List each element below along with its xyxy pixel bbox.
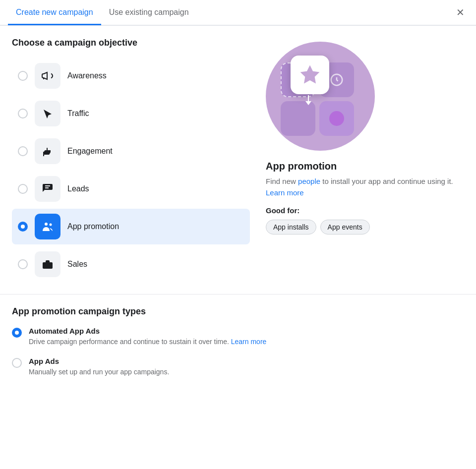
radio-sales[interactable] <box>18 259 28 269</box>
close-button[interactable]: ✕ <box>452 4 468 20</box>
detail-title: App promotion <box>266 161 464 172</box>
chat-icon <box>42 183 54 195</box>
app-promotion-icon-box <box>35 214 60 239</box>
star-icon <box>299 64 320 85</box>
tab-use-existing[interactable]: Use existing campaign <box>101 1 197 25</box>
megaphone-icon <box>42 70 54 82</box>
tab-bar: Create new campaign Use existing campaig… <box>0 0 476 26</box>
traffic-label: Traffic <box>67 109 89 118</box>
preview-image <box>266 42 375 151</box>
awareness-icon-box <box>35 63 60 89</box>
people-icon <box>42 221 54 233</box>
radio-engagement[interactable] <box>18 146 28 156</box>
tag-app-events: App events <box>320 220 370 234</box>
engagement-label: Engagement <box>67 147 113 156</box>
detail-description: Find new people to install your app and … <box>266 176 464 198</box>
app-ads-label: App Ads <box>29 357 169 365</box>
app-promotion-label: App promotion <box>67 222 119 231</box>
automated-app-ads-text: Automated App Ads Drive campaign perform… <box>29 327 266 347</box>
app-ads-desc: Manually set up and run your app campaig… <box>29 367 169 377</box>
right-panel: App promotion Find new people to install… <box>266 38 464 282</box>
radio-leads[interactable] <box>18 184 28 194</box>
tag-app-installs: App installs <box>266 220 316 234</box>
left-panel: Choose a campaign objective Awareness <box>12 38 250 282</box>
objective-engagement[interactable]: Engagement <box>12 133 250 169</box>
objective-awareness[interactable]: Awareness <box>12 58 250 94</box>
radio-awareness[interactable] <box>18 71 28 81</box>
objective-traffic[interactable]: Traffic <box>12 96 250 131</box>
campaign-type-app-ads[interactable]: App Ads Manually set up and run your app… <box>12 357 464 377</box>
radio-app-promotion[interactable] <box>18 222 28 232</box>
main-content: Choose a campaign objective Awareness <box>0 26 476 294</box>
cursor-icon <box>42 108 54 119</box>
app-ads-text: App Ads Manually set up and run your app… <box>29 357 169 377</box>
tags-container: App installs App events <box>266 220 464 234</box>
svg-marker-6 <box>301 66 319 83</box>
leads-label: Leads <box>67 184 89 193</box>
sales-label: Sales <box>67 260 87 269</box>
automated-app-ads-desc: Drive campaign performance and continue … <box>29 337 266 347</box>
awareness-label: Awareness <box>67 71 107 80</box>
automated-app-ads-label: Automated App Ads <box>29 327 266 335</box>
objective-app-promotion[interactable]: App promotion <box>12 209 250 244</box>
automated-learn-more-link[interactable]: Learn more <box>231 338 267 346</box>
svg-rect-2 <box>43 262 53 269</box>
objective-leads[interactable]: Leads <box>12 171 250 207</box>
sales-icon-box <box>35 251 60 277</box>
campaign-types-section: App promotion campaign types Automated A… <box>0 294 476 399</box>
close-icon: ✕ <box>456 6 465 18</box>
briefcase-icon <box>42 258 54 270</box>
radio-automated-app-ads[interactable] <box>12 328 22 338</box>
traffic-icon-box <box>35 101 60 126</box>
svg-point-0 <box>45 223 48 226</box>
radio-app-ads[interactable] <box>12 358 22 368</box>
people-link[interactable]: people <box>298 177 320 185</box>
svg-point-1 <box>50 224 52 226</box>
radio-traffic[interactable] <box>18 109 28 118</box>
objective-list: Awareness Traffic <box>12 58 250 282</box>
campaign-types-title: App promotion campaign types <box>12 306 464 317</box>
campaign-type-automated[interactable]: Automated App Ads Drive campaign perform… <box>12 327 464 347</box>
thumbsup-icon <box>42 145 54 157</box>
section-title: Choose a campaign objective <box>12 38 250 48</box>
learn-more-link-detail[interactable]: Learn more <box>266 188 304 197</box>
objective-sales[interactable]: Sales <box>12 246 250 282</box>
leads-icon-box <box>35 176 60 202</box>
good-for-label: Good for: <box>266 206 464 215</box>
engagement-icon-box <box>35 138 60 164</box>
tab-create-campaign[interactable]: Create new campaign <box>8 1 101 25</box>
